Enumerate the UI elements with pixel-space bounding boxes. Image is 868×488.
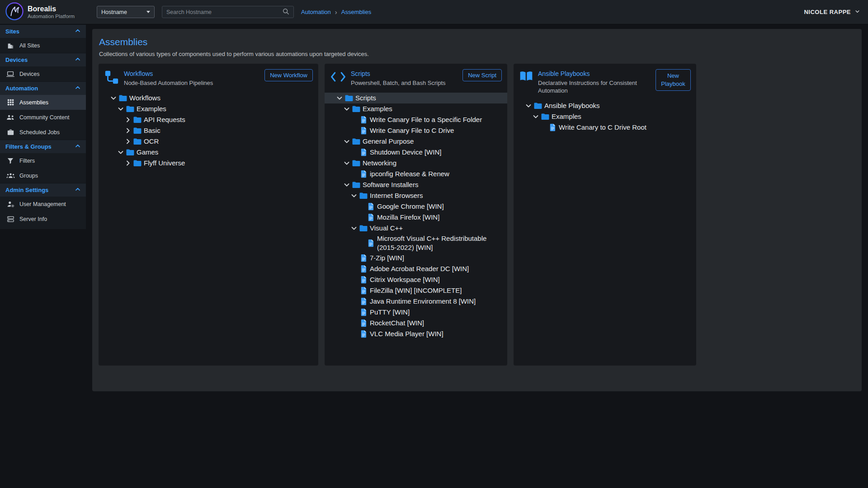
tree-folder-row[interactable]: Flyff Universe: [99, 158, 318, 169]
tree-file-row[interactable]: Citrix Workspace [WIN]: [325, 274, 507, 285]
tree-folder-row[interactable]: Examples: [325, 103, 507, 114]
tree-file-row[interactable]: Write Canary File to C Drive: [325, 125, 507, 136]
tree-folder-row[interactable]: OCR: [99, 136, 318, 147]
tree-file-row[interactable]: FileZilla [WIN] [INCOMPLETE]: [325, 285, 507, 296]
tree-item-label: Visual C++: [370, 224, 403, 233]
indent-spacer: [350, 127, 358, 135]
chevron-down-icon[interactable]: [532, 113, 540, 121]
tree-folder-row[interactable]: Networking: [325, 158, 507, 169]
sidebar-item-community-content[interactable]: Community Content: [0, 110, 86, 125]
tree-file-row[interactable]: Adobe Acrobat Reader DC [WIN]: [325, 263, 507, 274]
tree-item-label: Examples: [137, 104, 166, 113]
new-playbook-button[interactable]: New Playbook: [656, 69, 691, 91]
tree-item-label: Adobe Acrobat Reader DC [WIN]: [370, 264, 469, 273]
tree-file-row[interactable]: RocketChat [WIN]: [325, 318, 507, 328]
search-icon[interactable]: [282, 8, 289, 17]
chevron-down-icon[interactable]: [109, 94, 118, 102]
code-icon: [330, 71, 346, 82]
sidebar-section-admin-settings[interactable]: Admin Settings: [0, 183, 86, 197]
indent-spacer: [350, 286, 358, 295]
tree-folder-row[interactable]: Internet Browsers: [325, 190, 507, 201]
breadcrumb-automation[interactable]: Automation: [301, 9, 331, 15]
chevron-down-icon[interactable]: [335, 94, 344, 102]
tree-file-row[interactable]: Write Canary File to a Specific Folder: [325, 114, 507, 125]
chevron-right-icon[interactable]: [124, 159, 132, 167]
tree-item-label: Google Chrome [WIN]: [377, 202, 444, 211]
chevron-right-icon[interactable]: [124, 116, 132, 124]
section-label: Devices: [5, 56, 28, 63]
tree-file-row[interactable]: PuTTY [WIN]: [325, 307, 507, 318]
sidebar-item-assemblies[interactable]: Assemblies: [0, 95, 86, 110]
workflows-tree: WorkflowsExamplesAPI RequestsBasicOCRGam…: [104, 93, 313, 169]
tree-item-label: Microsoft Visual C++ Redistributable (20…: [377, 234, 503, 252]
section-label: Admin Settings: [5, 187, 48, 193]
folder-icon: [344, 94, 354, 102]
tree-file-row[interactable]: VLC Media Player [WIN]: [325, 328, 507, 339]
chevron-down-icon[interactable]: [343, 137, 351, 145]
indent-spacer: [350, 297, 358, 305]
chevron-down-icon[interactable]: [343, 105, 351, 113]
tree-folder-row[interactable]: Games: [99, 147, 318, 158]
scripts-title: Scripts: [351, 70, 458, 77]
chevron-down-icon[interactable]: [350, 224, 358, 232]
sidebar-item-user-management[interactable]: User Management: [0, 197, 86, 211]
new-script-button[interactable]: New Script: [462, 69, 502, 81]
tree-file-row[interactable]: Google Chrome [WIN]: [325, 201, 507, 212]
panels-row: Workflows Node-Based Automation Pipeline…: [99, 64, 855, 366]
chevron-down-icon[interactable]: [343, 181, 351, 189]
chevron-right-icon[interactable]: [124, 137, 132, 145]
workflows-subtitle: Node-Based Automation Pipelines: [124, 80, 260, 87]
tree-folder-row[interactable]: Examples: [99, 103, 318, 114]
tree-item-label: OCR: [144, 137, 159, 146]
tree-folder-row[interactable]: Software Installers: [325, 179, 507, 190]
funnel-icon: [6, 158, 15, 164]
tree-file-row[interactable]: Java Runtime Environment 8 [WIN]: [325, 296, 507, 307]
tree-folder-row[interactable]: General Purpose: [325, 136, 507, 147]
search-input[interactable]: [166, 9, 282, 15]
chevron-up-icon: [74, 186, 81, 194]
laptop-icon: [6, 71, 15, 77]
tree-file-row[interactable]: Mozilla Firefox [WIN]: [325, 212, 507, 223]
chevron-down-icon[interactable]: [350, 192, 358, 200]
tree-folder-row[interactable]: API Requests: [99, 114, 318, 125]
tree-folder-row[interactable]: Basic: [99, 125, 318, 136]
tree-folder-row[interactable]: Visual C++: [325, 223, 507, 234]
breadcrumb-separator: ›: [335, 8, 337, 16]
tree-file-row[interactable]: ipconfig Release & Renew: [325, 169, 507, 179]
folder-icon: [125, 105, 136, 113]
chevron-down-icon[interactable]: [524, 102, 533, 110]
tree-folder-row[interactable]: Ansible Playbooks: [514, 100, 696, 111]
workflows-title: Workflows: [124, 70, 260, 77]
building-icon: [6, 42, 15, 49]
user-name: NICOLE RAPPE: [804, 9, 851, 15]
sidebar-item-filters[interactable]: Filters: [0, 153, 86, 168]
sidebar-item-groups[interactable]: Groups: [0, 168, 86, 183]
chevron-right-icon[interactable]: [124, 127, 132, 135]
sidebar-item-server-info[interactable]: Server Info: [0, 211, 86, 226]
breadcrumb-assemblies[interactable]: Assemblies: [341, 9, 371, 15]
tree-folder-row[interactable]: Scripts: [325, 93, 507, 103]
scripts-tree: ScriptsExamplesWrite Canary File to a Sp…: [330, 93, 502, 339]
tree-item-label: Internet Browsers: [370, 191, 423, 200]
hostname-select[interactable]: Hostname: [97, 6, 155, 18]
sidebar-section-automation[interactable]: Automation: [0, 81, 86, 95]
sidebar-item-label: Scheduled Jobs: [19, 129, 60, 136]
tree-file-row[interactable]: Write Canary to C Drive Root: [514, 122, 696, 133]
sidebar-section-filters-groups[interactable]: Filters & Groups: [0, 140, 86, 153]
tree-folder-row[interactable]: Examples: [514, 111, 696, 122]
sidebar-section-sites[interactable]: Sites: [0, 24, 86, 38]
chevron-down-icon[interactable]: [343, 159, 351, 167]
chevron-down-icon[interactable]: [117, 105, 125, 113]
tree-file-row[interactable]: Microsoft Visual C++ Redistributable (20…: [325, 234, 507, 253]
sidebar-item-all-sites[interactable]: All Sites: [0, 38, 86, 53]
sidebar-item-devices[interactable]: Devices: [0, 66, 86, 81]
playbooks-subtitle: Declarative Instructions for Consistent …: [538, 80, 651, 95]
tree-folder-row[interactable]: Workflows: [99, 93, 318, 103]
tree-file-row[interactable]: 7-Zip [WIN]: [325, 253, 507, 263]
sidebar-item-scheduled-jobs[interactable]: Scheduled Jobs: [0, 125, 86, 140]
user-menu[interactable]: NICOLE RAPPE: [804, 8, 861, 16]
sidebar-section-devices[interactable]: Devices: [0, 53, 86, 66]
chevron-down-icon[interactable]: [117, 148, 125, 156]
tree-file-row[interactable]: Shutdown Device [WIN]: [325, 147, 507, 158]
new-workflow-button[interactable]: New Workflow: [264, 69, 313, 81]
